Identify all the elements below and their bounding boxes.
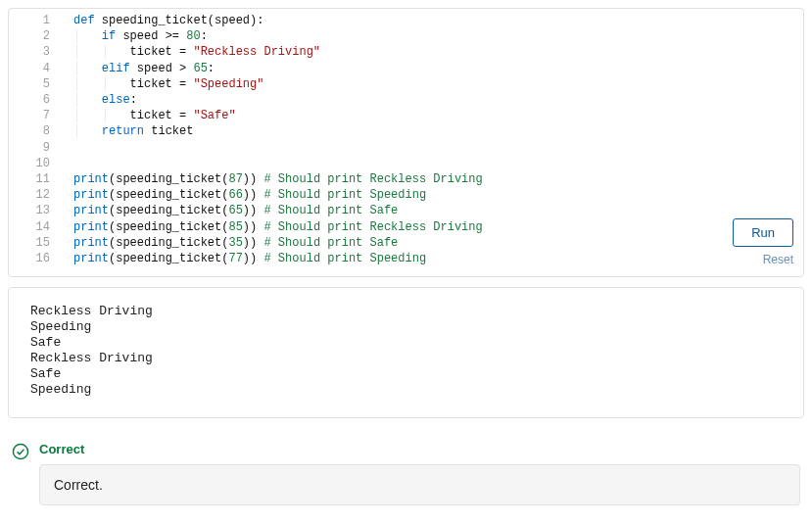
code-text[interactable]: print(speeding_ticket(35)) # Should prin…	[73, 235, 803, 251]
output-panel: Reckless DrivingSpeedingSafeReckless Dri…	[8, 287, 804, 418]
output-line: Reckless Driving	[30, 351, 782, 366]
feedback-body: Correct Correct.	[39, 442, 800, 505]
output-line: Safe	[30, 366, 782, 382]
line-number: 8	[9, 123, 70, 139]
code-line[interactable]: 11print(speeding_ticket(87)) # Should pr…	[9, 171, 803, 187]
code-text[interactable]: │ │ ticket = "Speeding"	[73, 76, 803, 92]
code-line[interactable]: 9	[9, 140, 803, 156]
feedback-message: Correct.	[39, 464, 800, 505]
code-line[interactable]: 7│ │ ticket = "Safe"	[9, 108, 803, 123]
code-line[interactable]: 13print(speeding_ticket(65)) # Should pr…	[9, 203, 803, 218]
line-number: 6	[9, 92, 70, 108]
check-circle-icon	[12, 443, 29, 460]
line-number: 12	[9, 187, 70, 203]
code-text[interactable]: │ else:	[73, 92, 803, 108]
feedback-row: Correct Correct.	[8, 442, 804, 505]
code-line[interactable]: 2│ if speed >= 80:	[9, 28, 803, 44]
line-number: 2	[9, 28, 70, 44]
line-number: 9	[9, 140, 70, 156]
code-text[interactable]: print(speeding_ticket(85)) # Should prin…	[73, 219, 803, 235]
code-line[interactable]: 15print(speeding_ticket(35)) # Should pr…	[9, 235, 803, 251]
line-number: 13	[9, 203, 70, 218]
line-number: 1	[9, 13, 70, 28]
code-line[interactable]: 16print(speeding_ticket(77)) # Should pr…	[9, 251, 803, 266]
reset-link[interactable]: Reset	[763, 253, 793, 266]
code-text[interactable]: │ return ticket	[73, 123, 803, 139]
code-text[interactable]: def speeding_ticket(speed):	[73, 13, 803, 28]
line-number: 14	[9, 219, 70, 235]
feedback-title: Correct	[39, 442, 800, 456]
code-line[interactable]: 12print(speeding_ticket(66)) # Should pr…	[9, 187, 803, 203]
line-number: 5	[9, 76, 70, 92]
code-text[interactable]: print(speeding_ticket(87)) # Should prin…	[73, 171, 803, 187]
code-line[interactable]: 14print(speeding_ticket(85)) # Should pr…	[9, 219, 803, 235]
code-text[interactable]: print(speeding_ticket(66)) # Should prin…	[73, 187, 803, 203]
code-line[interactable]: 1def speeding_ticket(speed):	[9, 13, 803, 28]
code-text[interactable]: print(speeding_ticket(77)) # Should prin…	[73, 251, 803, 266]
code-editor-panel: 1def speeding_ticket(speed):2│ if speed …	[8, 8, 804, 277]
code-text[interactable]	[73, 140, 803, 156]
code-text[interactable]: │ │ ticket = "Safe"	[73, 108, 803, 123]
line-number: 10	[9, 156, 70, 171]
code-text[interactable]	[73, 156, 803, 171]
output-line: Reckless Driving	[30, 304, 782, 319]
code-text[interactable]: │ │ ticket = "Reckless Driving"	[73, 44, 803, 60]
editor-actions: Run Reset	[733, 218, 793, 266]
line-number: 16	[9, 251, 70, 266]
line-number: 4	[9, 61, 70, 76]
code-line[interactable]: 10	[9, 156, 803, 171]
code-line[interactable]: 4│ elif speed > 65:	[9, 61, 803, 76]
code-line[interactable]: 6│ else:	[9, 92, 803, 108]
line-number: 15	[9, 235, 70, 251]
line-number: 7	[9, 108, 70, 123]
svg-point-0	[13, 445, 27, 459]
code-text[interactable]: print(speeding_ticket(65)) # Should prin…	[73, 203, 803, 218]
code-line[interactable]: 8│ return ticket	[9, 123, 803, 139]
output-line: Safe	[30, 335, 782, 351]
code-editor[interactable]: 1def speeding_ticket(speed):2│ if speed …	[9, 9, 803, 266]
code-text[interactable]: │ elif speed > 65:	[73, 61, 803, 76]
code-line[interactable]: 5│ │ ticket = "Speeding"	[9, 76, 803, 92]
output-line: Speeding	[30, 319, 782, 335]
output-line: Speeding	[30, 382, 782, 398]
code-text[interactable]: │ if speed >= 80:	[73, 28, 803, 44]
line-number: 11	[9, 171, 70, 187]
run-button[interactable]: Run	[733, 218, 793, 247]
code-line[interactable]: 3│ │ ticket = "Reckless Driving"	[9, 44, 803, 60]
line-number: 3	[9, 44, 70, 60]
